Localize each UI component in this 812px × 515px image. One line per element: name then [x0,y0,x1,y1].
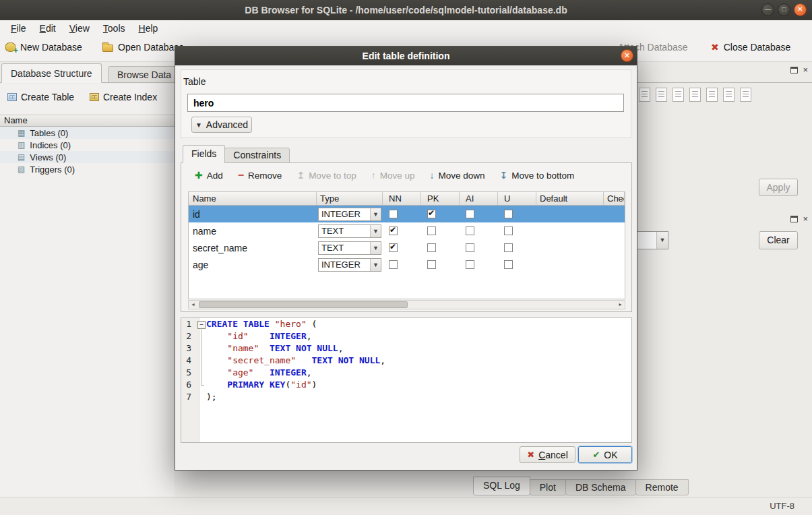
u-checkbox[interactable] [504,243,513,252]
field-name-cell[interactable]: id [189,206,317,222]
tab-fields[interactable]: Fields [183,145,225,163]
check-cell[interactable] [604,256,625,273]
tree-item-triggers[interactable]: ▧ Triggers (0) [0,163,175,175]
field-name-cell[interactable]: name [189,222,317,239]
panel-icon[interactable] [706,88,718,102]
apply-button[interactable]: Apply [759,179,798,196]
advanced-toggle-button[interactable]: ▼ Advanced [191,117,252,133]
default-cell[interactable] [536,239,604,256]
window-titlebar[interactable]: DB Browser for SQLite - /home/user/code/… [0,0,812,20]
tab-database-structure[interactable]: Database Structure [1,63,102,83]
panel-icon[interactable] [689,88,701,102]
tab-db-schema[interactable]: DB Schema [565,479,636,495]
dialog-close-button[interactable]: ✕ [621,49,633,62]
tab-remote[interactable]: Remote [635,479,689,495]
col-nn[interactable]: NN [383,192,421,205]
close-dock-icon[interactable]: × [803,216,808,222]
col-pk[interactable]: PK [421,192,460,205]
minimize-button[interactable]: — [761,3,774,16]
sql-preview[interactable]: 1CREATE TABLE "hero" (2 "id" INTEGER,3 "… [181,317,632,443]
close-button[interactable]: ✕ [794,3,807,16]
open-database-button[interactable]: Open Database [102,42,184,53]
tab-constraints[interactable]: Constraints [224,148,290,163]
scrollbar-thumb[interactable] [199,301,408,308]
scroll-right-icon[interactable]: ▸ [616,301,625,309]
field-row-id[interactable]: id INTEGER ▼ [189,206,625,222]
tab-sql-log[interactable]: SQL Log [473,477,530,495]
col-name[interactable]: Name [189,192,317,205]
nn-checkbox[interactable] [389,243,398,252]
check-cell[interactable] [604,239,625,256]
cancel-button[interactable]: ✖ Cancel [520,446,575,463]
type-dropdown[interactable]: TEXT ▼ [318,224,381,238]
nn-checkbox[interactable] [389,210,398,218]
create-index-button[interactable]: Create Index [86,90,160,104]
ai-checkbox[interactable] [466,210,474,218]
panel-icon[interactable] [723,88,735,102]
pk-checkbox[interactable] [427,210,436,218]
u-checkbox[interactable] [504,260,513,269]
panel-icon[interactable] [639,88,650,102]
check-cell[interactable] [604,222,625,239]
nn-checkbox[interactable] [389,260,398,269]
default-cell[interactable] [536,222,604,239]
ai-checkbox[interactable] [466,260,474,269]
field-row-name[interactable]: name TEXT ▼ [189,222,625,239]
ai-checkbox[interactable] [466,226,474,235]
default-cell[interactable] [536,256,604,273]
field-name-cell[interactable]: secret_name [189,239,317,256]
field-row-secret-name[interactable]: secret_name TEXT ▼ [189,239,625,256]
field-name-cell[interactable]: age [189,256,317,273]
float-dock-icon[interactable] [790,67,798,73]
panel-icon[interactable] [656,88,667,102]
ai-checkbox[interactable] [466,243,474,252]
type-dropdown[interactable]: INTEGER ▼ [318,208,381,221]
filter-dropdown[interactable]: ▼ [636,231,668,249]
new-database-button[interactable]: New Database [5,42,82,53]
tree-item-views[interactable]: ▤ Views (0) [0,151,175,163]
u-checkbox[interactable] [504,210,513,218]
menu-help[interactable]: Help [132,22,165,35]
close-dock-icon[interactable]: × [803,67,808,73]
move-to-top-button[interactable]: ↥ Move to top [293,169,359,182]
pk-checkbox[interactable] [427,243,436,252]
move-to-bottom-button[interactable]: ↧ Move to bottom [497,169,578,182]
col-default[interactable]: Default [536,192,604,205]
u-checkbox[interactable] [504,226,513,235]
col-u[interactable]: U [498,192,536,205]
nn-checkbox[interactable] [389,226,398,235]
type-dropdown[interactable]: INTEGER ▼ [318,258,381,272]
tree-item-indices[interactable]: ▥ Indices (0) [0,139,175,151]
type-dropdown[interactable]: TEXT ▼ [318,241,381,255]
menu-tools[interactable]: Tools [96,22,132,35]
ok-button[interactable]: ✔ OK [578,446,632,463]
pk-checkbox[interactable] [427,226,436,235]
panel-icon[interactable] [673,88,684,102]
horizontal-scrollbar[interactable]: ◂ ▸ [188,300,625,309]
panel-icon[interactable] [740,88,751,102]
tree-header-name[interactable]: Name [0,115,175,127]
add-field-button[interactable]: ✚ Add [191,169,226,182]
menu-edit[interactable]: Edit [33,22,63,35]
move-down-button[interactable]: ↓ Move down [426,169,488,182]
col-check[interactable]: Check [604,192,625,205]
close-database-button[interactable]: ✖ Close Database [711,42,790,53]
create-table-button[interactable]: Create Table [4,90,77,104]
table-name-input[interactable] [187,94,624,112]
float-dock-icon[interactable] [790,216,798,222]
remove-field-button[interactable]: − Remove [235,169,286,182]
pk-checkbox[interactable] [427,260,436,269]
field-row-age[interactable]: age INTEGER ▼ [189,256,625,273]
default-cell[interactable] [536,206,604,222]
menu-file[interactable]: File [4,22,33,35]
col-type[interactable]: Type [317,192,383,205]
menu-view[interactable]: View [63,22,96,35]
tree-item-tables[interactable]: ▦ Tables (0) [0,127,175,139]
check-cell[interactable] [604,206,625,222]
clear-button[interactable]: Clear [759,231,798,249]
tab-browse-data[interactable]: Browse Data [108,66,181,83]
scroll-left-icon[interactable]: ◂ [189,301,197,309]
move-up-button[interactable]: ↑ Move up [368,169,418,182]
col-ai[interactable]: AI [460,192,498,205]
dialog-titlebar[interactable]: Edit table definition ✕ [175,47,637,65]
